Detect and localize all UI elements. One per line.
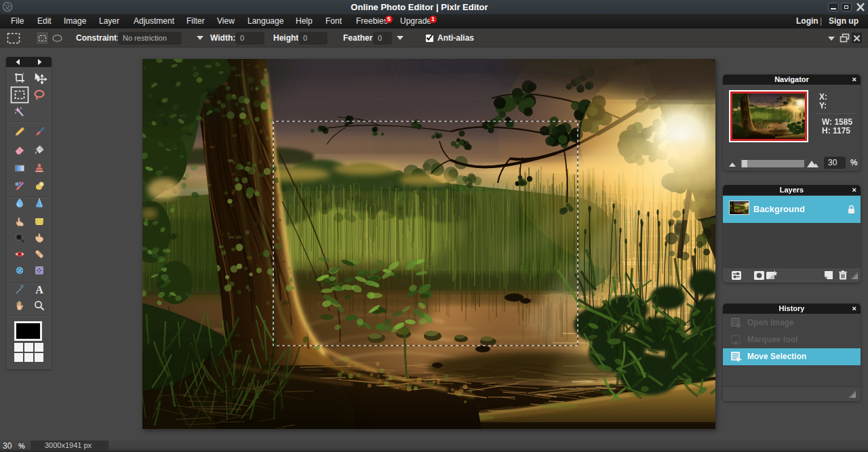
svg-text:A: A: [35, 284, 43, 295]
